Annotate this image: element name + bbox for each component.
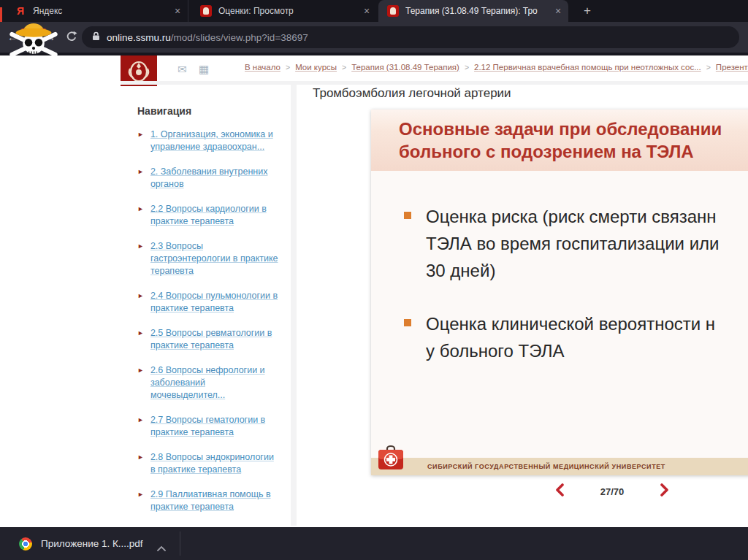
pager-next-icon[interactable] <box>660 483 669 499</box>
breadcrumb-separator: > <box>286 63 290 72</box>
sidebar-item-2[interactable]: ► 2. Заболевания внутренних органов <box>137 166 292 191</box>
lock-icon <box>92 31 100 44</box>
chrome-pdf-icon <box>19 537 32 551</box>
sidebar-item-2-3[interactable]: ► 2.3 Вопросы гастроэнтерологии в практи… <box>137 240 292 277</box>
sidebar-item-label[interactable]: 2.4 Вопросы пульмонологии в практике тер… <box>150 290 279 315</box>
triangle-bullet-icon: ► <box>137 290 144 315</box>
slide-pager: 27/70 <box>371 482 748 501</box>
sidebar-item-label[interactable]: 2.3 Вопросы гастроэнтерологии в практике… <box>150 240 279 277</box>
straw-hat-skull-theme-icon <box>1 19 66 58</box>
tab-title: Яндекс <box>33 6 169 16</box>
sidebar-item-label[interactable]: 2.9 Паллиативная помощь в практике терап… <box>150 488 279 513</box>
slide-header: Основные задачи при обследовании больног… <box>371 110 748 171</box>
sidebar-item-label[interactable]: 1. Организация, экономика и управление з… <box>150 129 279 153</box>
sidebar-item-label[interactable]: 2. Заболевания внутренних органов <box>150 166 279 191</box>
sidebar-item-label[interactable]: 2.5 Вопросы ревматологии в практике тера… <box>150 327 279 352</box>
downloads-bar-divider <box>180 532 180 556</box>
slide-text-line: у больного ТЭЛА <box>426 337 715 364</box>
square-bullet-icon <box>404 319 411 326</box>
tab-title: Терапия (31.08.49 Терапия): Тро <box>405 6 549 16</box>
breadcrumb-home-link[interactable]: В начало <box>245 63 280 72</box>
sidebar-item-label[interactable]: 2.6 Вопросы нефрологии и заболеваний моч… <box>150 364 279 402</box>
breadcrumb-separator: > <box>465 63 469 72</box>
browser-tab-bar: Я Яндекс × Оценки: Просмотр × Терапия (3… <box>0 0 748 22</box>
sidebar-item-2-7[interactable]: ► 2.7 Вопросы гематологии в практике тер… <box>137 414 292 439</box>
triangle-bullet-icon: ► <box>137 488 144 513</box>
ssmu-favicon-icon <box>387 5 399 17</box>
chevron-up-icon[interactable] <box>156 541 167 554</box>
sidebar-item-1[interactable]: ► 1. Организация, экономика и управление… <box>137 129 292 153</box>
triangle-bullet-icon: ► <box>137 166 144 191</box>
slide-title-line: Основные задачи при обследовании <box>399 118 748 140</box>
breadcrumb-my-courses-link[interactable]: Мои курсы <box>295 63 337 72</box>
breadcrumb-separator: > <box>342 63 346 72</box>
breadcrumb-course-link[interactable]: Терапия (31.08.49 Терапия) <box>351 63 459 72</box>
url-bar[interactable]: online.ssmu.ru/mod/slides/view.php?id=38… <box>82 26 739 48</box>
navigation-title: Навигация <box>137 105 292 117</box>
slide-text-line: ТЭЛА во время госпитализации или <box>426 230 720 257</box>
browser-tab-grades[interactable]: Оценки: Просмотр × <box>191 0 377 22</box>
sidebar-item-label[interactable]: 2.7 Вопросы гематологии в практике терап… <box>150 414 279 439</box>
downloads-bar: Приложение 1. К....pdf <box>0 527 748 560</box>
sidebar-item-2-4[interactable]: ► 2.4 Вопросы пульмонологии в практике т… <box>137 290 292 315</box>
slide-text-line: 30 дней) <box>426 257 720 284</box>
new-tab-button[interactable]: + <box>579 3 596 19</box>
tab-title: Оценки: Просмотр <box>218 6 358 16</box>
navigation-block: Навигация ► 1. Организация, экономика и … <box>121 95 292 526</box>
messages-icon[interactable]: ✉ <box>178 63 187 76</box>
url-path: /mod/slides/view.php?id=38697 <box>171 32 308 43</box>
page-title: Тромбоэмболия легочной артерии <box>313 86 511 101</box>
url-domain: online.ssmu.ru <box>107 32 171 43</box>
triangle-bullet-icon: ► <box>137 414 144 439</box>
breadcrumb-presentation-link[interactable]: Презентация <box>716 63 748 72</box>
sidebar-item-label[interactable]: 2.8 Вопросы эндокринологии в практике те… <box>150 451 279 476</box>
header-divider <box>121 81 748 85</box>
triangle-bullet-icon: ► <box>137 451 144 476</box>
tab-close-icon[interactable]: × <box>361 5 373 17</box>
yandex-favicon-icon: Я <box>15 5 26 17</box>
triangle-bullet-icon: ► <box>137 327 144 352</box>
slide-title-line: больного с подозрением на ТЭЛА <box>399 140 748 163</box>
grid-icon[interactable]: ▦ <box>199 63 209 76</box>
ssmu-favicon-icon <box>200 5 212 17</box>
breadcrumb: В начало>Мои курсы>Терапия (31.08.49 Тер… <box>245 63 748 72</box>
slide-bullet-item: Оценка клинической вероятности н у больн… <box>404 310 748 364</box>
slide-text-line: Оценка клинической вероятности н <box>426 310 715 337</box>
pager-page-indicator: 27/70 <box>600 486 625 497</box>
breadcrumb-section-link[interactable]: 2.12 Первичная врачебная помощь при неот… <box>474 63 701 72</box>
downloaded-file-button[interactable]: Приложение 1. К....pdf <box>41 527 143 560</box>
square-bullet-icon <box>404 212 411 219</box>
slide-body: Оценка риска (риск смерти связанн ТЭЛА в… <box>371 171 748 364</box>
tab-close-icon[interactable]: × <box>172 5 183 17</box>
triangle-bullet-icon: ► <box>137 364 144 402</box>
slide-bullet-item: Оценка риска (риск смерти связанн ТЭЛА в… <box>404 203 748 284</box>
medical-bag-icon <box>376 445 405 474</box>
pager-prev-icon[interactable] <box>555 483 564 499</box>
sidebar-item-2-6[interactable]: ► 2.6 Вопросы нефрологии и заболеваний м… <box>137 364 292 402</box>
sidebar-item-2-9[interactable]: ► 2.9 Паллиативная помощь в практике тер… <box>137 488 292 513</box>
breadcrumb-separator: > <box>706 63 711 72</box>
slide-footer: СИБИРСКИЙ ГОСУДАРСТВЕННЫЙ МЕДИЦИНСКИЙ УН… <box>371 458 748 475</box>
sidebar-item-2-2[interactable]: ► 2.2 Вопросы кардиологии в практике тер… <box>137 203 292 228</box>
browser-tab-therapy-active[interactable]: Терапия (31.08.49 Терапия): Тро × <box>378 0 568 22</box>
tab-close-icon[interactable]: × <box>552 5 564 17</box>
sidebar-item-2-5[interactable]: ► 2.5 Вопросы ревматологии в практике те… <box>137 327 292 352</box>
triangle-bullet-icon: ► <box>137 203 144 228</box>
slide-text-line: Оценка риска (риск смерти связанн <box>426 203 720 230</box>
triangle-bullet-icon: ► <box>137 129 144 153</box>
refresh-icon[interactable] <box>66 31 77 45</box>
slide-footer-university-name: СИБИРСКИЙ ГОСУДАРСТВЕННЫЙ МЕДИЦИНСКИЙ УН… <box>427 463 665 470</box>
triangle-bullet-icon: ► <box>137 240 144 277</box>
presentation-slide: Основные задачи при обследовании больног… <box>371 110 748 475</box>
sidebar-item-2-8[interactable]: ► 2.8 Вопросы эндокринологии в практике … <box>137 451 292 476</box>
sidebar-item-label[interactable]: 2.2 Вопросы кардиологии в практике терап… <box>150 203 279 228</box>
